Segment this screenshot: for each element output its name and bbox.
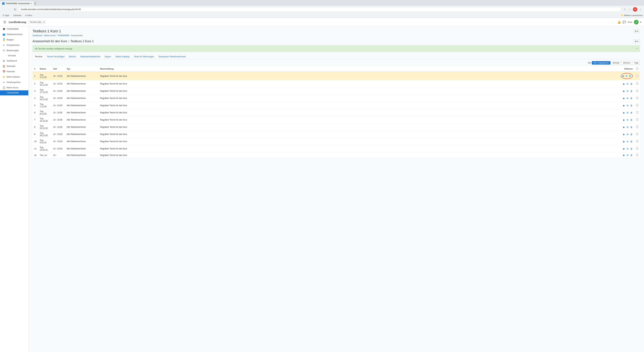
cell-checkbox[interactable] <box>634 72 640 80</box>
tab-export[interactable]: Export <box>102 54 113 59</box>
sidebar-item-badges[interactable]: 🏅 Badges <box>0 37 28 42</box>
play-btn[interactable]: ▶ <box>623 126 625 129</box>
sidebar-item-inhaltsspeicher[interactable]: ✏ Inhaltsspeicher <box>0 80 28 85</box>
gear-btn[interactable]: ⚙ <box>626 118 629 121</box>
gear-btn[interactable]: ⚙ <box>626 140 629 143</box>
play-btn[interactable]: ▶ <box>623 89 625 93</box>
chrome-profile-avatar[interactable]: TK <box>633 7 637 11</box>
cell-checkbox[interactable] <box>634 152 640 158</box>
cell-checkbox[interactable] <box>634 145 640 152</box>
gear-btn[interactable]: ⚙ <box>626 104 629 107</box>
section-gear-btn[interactable]: ⚙ ▾ <box>633 39 640 43</box>
row-checkbox[interactable] <box>636 147 638 149</box>
cell-checkbox[interactable] <box>634 131 640 138</box>
cell-checkbox[interactable] <box>634 116 640 123</box>
gear-btn[interactable]: ⚙ <box>626 147 629 150</box>
sidebar-item-meine-kurse[interactable]: 📋 Meine Kurse <box>0 85 28 90</box>
filter-monate[interactable]: Monate <box>611 61 621 64</box>
th-checkbox[interactable] <box>634 66 640 72</box>
forward-btn[interactable]: → <box>7 7 12 12</box>
trash-btn[interactable]: 🗑 <box>630 140 633 143</box>
cell-checkbox[interactable] <box>634 109 640 116</box>
row-checkbox[interactable] <box>636 104 638 106</box>
tab-termin-hinzufugen[interactable]: Termin hinzufügen <box>44 54 67 59</box>
back-btn[interactable]: ← <box>1 7 6 12</box>
cell-checkbox[interactable] <box>634 102 640 109</box>
play-btn[interactable]: ▶ <box>623 97 625 100</box>
trash-btn[interactable]: 🗑 <box>630 147 633 150</box>
chrome-menu-btn[interactable]: ⋮ <box>638 7 643 12</box>
sidebar-item-meine-dateien[interactable]: 📁 Meine Dateien <box>0 74 28 80</box>
gear-btn[interactable]: ⚙ <box>626 82 629 85</box>
gear-btn[interactable]: ⚙ <box>626 133 629 136</box>
gear-btn[interactable]: ⚙ <box>626 111 629 114</box>
tab-termine[interactable]: Termine <box>32 54 44 59</box>
sidebar-item-verwaist[interactable]: Verwaist <box>0 53 28 58</box>
active-tab[interactable]: M TK99/9/9999: Anwesenheit × <box>0 1 34 6</box>
trash-btn[interactable]: 🗑 <box>630 89 633 93</box>
row-checkbox[interactable] <box>636 82 638 85</box>
bookmark-odoo[interactable]: ● Odoo <box>24 14 33 17</box>
tab-status-katalog[interactable]: Status Katalog <box>113 54 132 59</box>
cell-checkbox[interactable] <box>634 123 640 131</box>
row-checkbox[interactable] <box>636 111 638 113</box>
trash-btn[interactable]: 🗑 <box>630 104 633 107</box>
breadcrumb-tk99[interactable]: TK99/9/9999 <box>58 34 69 37</box>
row-checkbox[interactable] <box>636 133 638 135</box>
play-btn[interactable]: ▶ <box>623 111 625 114</box>
row-checkbox[interactable] <box>636 90 638 92</box>
breadcrumb-dashboard[interactable]: Dashboard <box>32 34 42 37</box>
filter-alle-vergangenen[interactable]: Alle vergangenen <box>592 61 610 64</box>
play-btn[interactable]: ▶ <box>623 154 625 157</box>
user-menu-btn[interactable]: ▾ <box>640 21 641 23</box>
row-checkbox[interactable] <box>636 126 638 128</box>
alert-close-btn[interactable]: × <box>636 47 638 50</box>
play-btn[interactable]: ▶ <box>623 140 625 143</box>
play-btn[interactable]: ▶ <box>623 133 625 136</box>
play-btn[interactable]: ▶ <box>623 82 625 85</box>
gear-btn[interactable]: ⚙ <box>626 97 629 100</box>
reload-btn[interactable]: ↻ <box>13 7 18 12</box>
sidebar-item-startseite[interactable]: 🏠 Startseite <box>0 63 28 69</box>
address-bar[interactable] <box>18 7 621 12</box>
cell-checkbox[interactable] <box>634 138 640 145</box>
play-btn[interactable]: ▶ <box>623 147 625 150</box>
filter-wochen[interactable]: Wochen <box>622 61 632 64</box>
bookmark-btn[interactable]: ☆ <box>622 7 627 12</box>
extensions-btn[interactable]: ⋮ <box>628 7 632 12</box>
select-all-checkbox[interactable] <box>636 67 638 70</box>
hamburger-btn[interactable]: ☰ <box>3 20 7 25</box>
sidebar-item-dashboard[interactable]: ⊞ Dashboard <box>0 58 28 63</box>
sidebar-item-tk99-active[interactable]: TK99/9/9999 <box>0 90 28 95</box>
trash-btn[interactable]: 🗑 <box>628 74 632 78</box>
trash-btn[interactable]: 🗑 <box>630 111 633 114</box>
play-btn[interactable]: ▶ <box>622 74 624 78</box>
trash-btn[interactable]: 🗑 <box>630 133 633 136</box>
row-checkbox[interactable] <box>636 154 638 156</box>
tab-close-btn[interactable]: × <box>30 2 32 5</box>
sidebar-item-tk99[interactable]: 🎓 TK99/9/9999 <box>0 26 28 32</box>
notification-icon[interactable]: 🔔 <box>618 20 621 24</box>
page-gear-btn[interactable]: ⚙ ▾ <box>633 29 640 33</box>
lang-selector[interactable]: Deutsch (de) <box>28 20 45 24</box>
message-icon[interactable]: 💬 <box>622 20 626 24</box>
trash-btn[interactable]: 🗑 <box>630 82 633 85</box>
trash-btn[interactable]: 🗑 <box>630 154 633 157</box>
gear-btn[interactable]: ⚙ <box>626 126 629 129</box>
row-checkbox[interactable] <box>636 75 638 77</box>
sidebar-item-kalender[interactable]: 📅 Kalender <box>0 69 28 74</box>
tab-abwesenheitsbericht[interactable]: Abwesenheitsbericht <box>78 54 102 59</box>
tab-bericht[interactable]: Bericht <box>67 54 78 59</box>
sidebar-item-bewertungen[interactable]: ☑ Bewertungen <box>0 48 28 53</box>
gear-btn[interactable]: ⚙ <box>626 154 629 157</box>
gear-btn[interactable]: ⚙ <box>626 89 629 93</box>
breadcrumb-meine-kurse[interactable]: Meine Kurse <box>44 34 56 37</box>
cell-checkbox[interactable] <box>634 80 640 87</box>
gear-btn[interactable]: ⚙ <box>625 74 628 78</box>
row-checkbox[interactable] <box>636 97 638 99</box>
new-tab-btn[interactable]: + <box>34 2 36 5</box>
row-checkbox[interactable] <box>636 140 638 142</box>
tab-texte-warnungen[interactable]: Texte für Warnungen <box>132 54 156 59</box>
cell-checkbox[interactable] <box>634 87 640 95</box>
filter-tage[interactable]: Tage <box>632 61 640 64</box>
